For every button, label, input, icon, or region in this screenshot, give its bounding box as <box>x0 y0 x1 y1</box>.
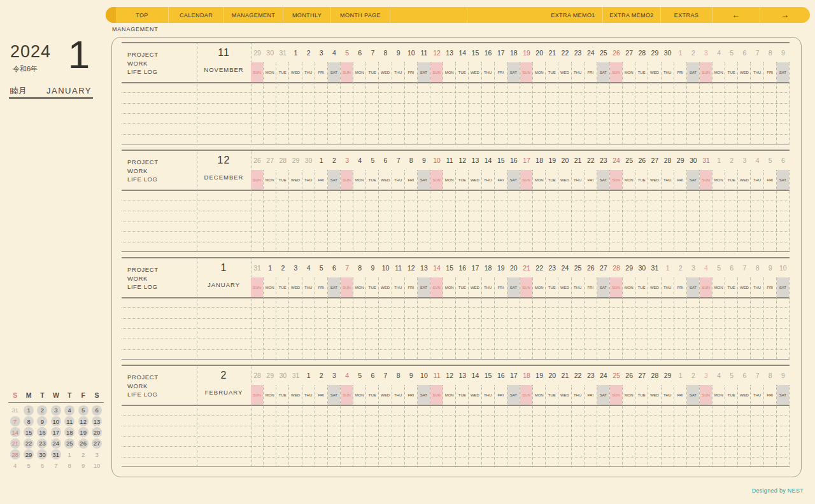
day-number-cell[interactable]: 2 <box>687 368 700 382</box>
day-number-cell[interactable]: 24 <box>558 261 571 275</box>
mini-day-cell[interactable]: 21 <box>8 438 22 449</box>
nav-tab-management[interactable]: MANAGEMENT <box>223 7 283 23</box>
day-number-cell[interactable]: 4 <box>302 261 315 275</box>
day-number-cell[interactable]: 11 <box>443 153 456 167</box>
mini-day-cell[interactable]: 9 <box>36 416 49 426</box>
day-number-cell[interactable]: 1 <box>302 368 315 382</box>
day-number-cell[interactable]: 30 <box>302 153 315 167</box>
day-number-cell[interactable]: 16 <box>482 46 495 60</box>
day-number-cell[interactable]: 6 <box>379 153 392 167</box>
day-number-cell[interactable]: 24 <box>597 368 610 382</box>
day-number-cell[interactable]: 13 <box>469 153 481 167</box>
prev-month-arrow-button[interactable]: ← <box>712 7 760 23</box>
mini-day-cell[interactable]: 25 <box>63 438 76 449</box>
day-number-cell[interactable]: 10 <box>430 153 443 167</box>
day-number-cell[interactable]: 4 <box>341 368 353 382</box>
day-number-cell[interactable]: 17 <box>520 153 533 167</box>
day-number-cell[interactable]: 29 <box>648 46 661 60</box>
day-number-cell[interactable]: 7 <box>738 261 751 275</box>
day-number-cell[interactable]: 31 <box>276 46 289 60</box>
day-number-cell[interactable]: 12 <box>443 368 456 382</box>
day-number-cell[interactable]: 25 <box>572 261 585 275</box>
day-number-cell[interactable]: 14 <box>469 368 481 382</box>
nav-tab-calendar[interactable]: CALENDAR <box>168 7 223 23</box>
day-number-cell[interactable]: 12 <box>430 46 443 60</box>
day-number-cell[interactable]: 4 <box>712 368 725 382</box>
day-number-cell[interactable]: 9 <box>777 46 790 60</box>
day-number-cell[interactable]: 10 <box>418 368 430 382</box>
mini-day-cell[interactable]: 14 <box>8 427 22 438</box>
day-number-cell[interactable]: 15 <box>469 46 481 60</box>
day-number-cell[interactable]: 1 <box>674 46 687 60</box>
day-number-cell[interactable]: 28 <box>276 153 289 167</box>
day-number-cell[interactable]: 12 <box>456 153 469 167</box>
day-number-cell[interactable]: 8 <box>379 46 392 60</box>
day-number-cell[interactable]: 2 <box>315 368 328 382</box>
day-number-cell[interactable]: 7 <box>751 46 763 60</box>
day-number-cell[interactable]: 15 <box>495 153 507 167</box>
nav-tab-extras[interactable]: EXTRAS <box>660 7 712 23</box>
day-number-cell[interactable]: 31 <box>251 261 264 275</box>
day-number-cell[interactable]: 30 <box>264 46 276 60</box>
day-number-cell[interactable]: 26 <box>251 153 264 167</box>
day-number-cell[interactable]: 8 <box>764 46 777 60</box>
day-number-cell[interactable]: 29 <box>264 368 276 382</box>
mini-day-cell[interactable]: 28 <box>8 449 22 460</box>
day-number-cell[interactable]: 17 <box>495 46 507 60</box>
day-number-cell[interactable]: 9 <box>764 261 777 275</box>
day-number-cell[interactable]: 30 <box>687 153 700 167</box>
day-number-cell[interactable]: 30 <box>276 368 289 382</box>
month-title-february[interactable]: 2FEBRUARY <box>197 370 251 396</box>
day-number-cell[interactable]: 7 <box>366 46 379 60</box>
day-number-cell[interactable]: 30 <box>635 261 648 275</box>
day-number-cell[interactable]: 12 <box>405 261 418 275</box>
day-number-cell[interactable]: 22 <box>533 261 546 275</box>
day-number-cell[interactable]: 1 <box>662 261 674 275</box>
day-number-cell[interactable]: 2 <box>276 261 289 275</box>
day-number-cell[interactable]: 23 <box>572 46 585 60</box>
day-number-cell[interactable]: 13 <box>418 261 430 275</box>
day-number-cell[interactable]: 31 <box>648 261 661 275</box>
day-number-cell[interactable]: 27 <box>648 153 661 167</box>
day-number-cell[interactable]: 25 <box>610 368 623 382</box>
mini-day-cell[interactable]: 27 <box>90 438 103 449</box>
day-number-cell[interactable]: 8 <box>764 368 777 382</box>
day-number-cell[interactable]: 20 <box>507 261 520 275</box>
day-number-cell[interactable]: 24 <box>610 153 623 167</box>
day-number-cell[interactable]: 9 <box>777 368 790 382</box>
day-number-cell[interactable]: 22 <box>572 368 585 382</box>
day-number-cell[interactable]: 29 <box>662 368 674 382</box>
day-number-cell[interactable]: 3 <box>700 368 712 382</box>
day-number-cell[interactable]: 28 <box>648 368 661 382</box>
day-number-cell[interactable]: 3 <box>328 368 341 382</box>
day-number-cell[interactable]: 15 <box>482 368 495 382</box>
day-number-cell[interactable]: 5 <box>725 46 738 60</box>
day-number-cell[interactable]: 11 <box>430 368 443 382</box>
day-number-cell[interactable]: 25 <box>597 46 610 60</box>
day-number-cell[interactable]: 16 <box>495 368 507 382</box>
day-number-cell[interactable]: 26 <box>635 153 648 167</box>
day-number-cell[interactable]: 4 <box>353 153 366 167</box>
day-number-cell[interactable]: 25 <box>623 153 635 167</box>
day-number-cell[interactable]: 18 <box>533 153 546 167</box>
mini-day-cell[interactable]: 4 <box>63 405 76 416</box>
mini-day-cell[interactable]: 20 <box>90 427 103 438</box>
day-number-cell[interactable]: 3 <box>341 153 353 167</box>
mini-day-cell[interactable]: 15 <box>22 427 35 438</box>
day-number-cell[interactable]: 28 <box>610 261 623 275</box>
day-number-cell[interactable]: 24 <box>585 46 597 60</box>
month-title-december[interactable]: 12DECEMBER <box>197 155 251 181</box>
mini-day-cell[interactable]: 13 <box>90 416 103 426</box>
mini-day-cell[interactable]: 7 <box>8 416 22 426</box>
day-number-cell[interactable]: 1 <box>712 153 725 167</box>
nav-tab-month-page[interactable]: MONTH PAGE <box>330 7 390 23</box>
day-number-cell[interactable]: 2 <box>674 261 687 275</box>
day-number-cell[interactable]: 9 <box>405 368 418 382</box>
mini-day-cell[interactable]: 31 <box>49 449 62 460</box>
day-number-cell[interactable]: 10 <box>777 261 790 275</box>
day-number-cell[interactable]: 27 <box>623 46 635 60</box>
day-number-cell[interactable]: 23 <box>585 368 597 382</box>
day-number-cell[interactable]: 14 <box>482 153 495 167</box>
day-number-cell[interactable]: 6 <box>738 368 751 382</box>
day-number-cell[interactable]: 19 <box>546 153 558 167</box>
